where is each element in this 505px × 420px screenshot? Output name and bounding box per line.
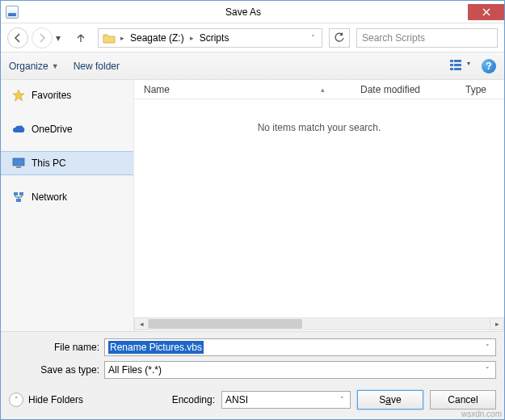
chevron-right-icon: ▸ (118, 34, 127, 42)
svg-rect-9 (19, 192, 23, 195)
sort-asc-icon: ▴ (321, 86, 325, 94)
titlebar: Save As (1, 1, 504, 23)
up-button[interactable] (70, 27, 91, 48)
search-placeholder: Search Scripts (362, 32, 425, 44)
back-button[interactable] (7, 27, 28, 48)
svg-rect-8 (14, 192, 18, 195)
notepad-icon (6, 6, 19, 19)
chevron-up-icon: ˄ (9, 393, 23, 407)
cancel-button[interactable]: Cancel (430, 390, 496, 410)
navigation-pane: Favorites OneDrive This PC Network (1, 80, 134, 331)
arrow-right-icon (37, 33, 47, 43)
view-options-button[interactable] (449, 58, 473, 74)
save-as-type-label: Save as type: (9, 364, 99, 376)
hide-folders-button[interactable]: ˄ Hide Folders (9, 393, 83, 407)
column-headers: Name ▴ Date modified Type (134, 80, 504, 99)
view-icon (449, 58, 473, 71)
chevron-right-icon: ▸ (187, 34, 196, 42)
help-icon: ? (486, 61, 491, 72)
save-button[interactable]: Save (357, 390, 423, 410)
bottom-panel: File name: Rename Pictures.vbs ˅ Save as… (1, 331, 504, 419)
svg-rect-10 (16, 199, 21, 202)
folder-icon (100, 30, 118, 46)
scroll-thumb[interactable] (149, 319, 302, 329)
svg-rect-4 (450, 68, 453, 70)
svg-rect-7 (16, 166, 21, 168)
chevron-down-icon[interactable]: ˅ (481, 363, 494, 376)
encoding-label: Encoding: (172, 394, 215, 405)
file-list: No items match your search. (134, 99, 504, 317)
network-icon (12, 191, 25, 204)
close-icon (482, 8, 490, 16)
toolbar: Organize ▼ New folder ? (1, 52, 504, 80)
chevron-down-icon[interactable]: ˅ (481, 341, 494, 354)
breadcrumb-folder[interactable]: Scripts (196, 29, 233, 47)
body-area: Favorites OneDrive This PC Network Name (1, 80, 504, 331)
filename-input[interactable]: Rename Pictures.vbs ˅ (104, 338, 496, 356)
sidebar-item-favorites[interactable]: Favorites (1, 83, 133, 107)
scroll-right-icon[interactable]: ▸ (490, 317, 504, 330)
navigation-bar: ▾ ▸ Seagate (Z:) ▸ Scripts ˅ Search Scri… (1, 23, 504, 52)
forward-button[interactable] (32, 27, 53, 48)
organize-button[interactable]: Organize ▼ (9, 61, 59, 72)
empty-message: No items match your search. (258, 122, 381, 133)
save-as-dialog: Save As ▾ ▸ Seagate (Z:) ▸ Scripts ˅ (0, 0, 505, 420)
sidebar-item-network[interactable]: Network (1, 185, 133, 209)
save-as-type-select[interactable]: All Files (*.*) ˅ (104, 361, 496, 379)
filename-label: File name: (9, 342, 99, 353)
encoding-select[interactable]: ANSI ˅ (221, 391, 351, 409)
svg-rect-3 (454, 64, 461, 66)
column-type[interactable]: Type (456, 84, 504, 95)
help-button[interactable]: ? (482, 59, 496, 74)
star-icon (12, 89, 25, 102)
file-list-pane: Name ▴ Date modified Type No items match… (134, 80, 504, 331)
address-bar[interactable]: ▸ Seagate (Z:) ▸ Scripts ˅ (98, 28, 322, 48)
refresh-button[interactable] (329, 28, 350, 48)
cloud-icon (12, 123, 25, 136)
column-date-modified[interactable]: Date modified (351, 84, 456, 95)
recent-locations-button[interactable]: ▾ (56, 32, 67, 44)
sidebar-item-onedrive[interactable]: OneDrive (1, 117, 133, 141)
scroll-left-icon[interactable]: ◂ (134, 317, 149, 330)
window-title: Save As (19, 6, 468, 18)
svg-rect-6 (13, 158, 24, 166)
breadcrumb-drive[interactable]: Seagate (Z:) (127, 29, 187, 47)
horizontal-scrollbar[interactable]: ◂ ▸ (134, 317, 504, 331)
new-folder-button[interactable]: New folder (74, 61, 120, 72)
column-name[interactable]: Name ▴ (134, 84, 351, 95)
sidebar-item-this-pc[interactable]: This PC (1, 151, 133, 175)
search-input[interactable]: Search Scripts (356, 28, 498, 48)
scroll-track[interactable] (149, 317, 490, 330)
close-button[interactable] (468, 4, 504, 20)
chevron-down-icon[interactable]: ˅ (335, 393, 348, 406)
svg-rect-0 (450, 60, 453, 62)
watermark: wsxdn.com (461, 410, 502, 418)
chevron-down-icon: ▼ (52, 62, 59, 70)
pc-icon (12, 157, 25, 170)
svg-rect-2 (450, 64, 453, 66)
svg-rect-1 (454, 60, 461, 62)
arrow-left-icon (13, 33, 23, 43)
refresh-icon (334, 32, 345, 44)
arrow-up-icon (75, 32, 86, 44)
address-dropdown[interactable]: ˅ (306, 34, 320, 42)
svg-rect-5 (454, 68, 461, 70)
